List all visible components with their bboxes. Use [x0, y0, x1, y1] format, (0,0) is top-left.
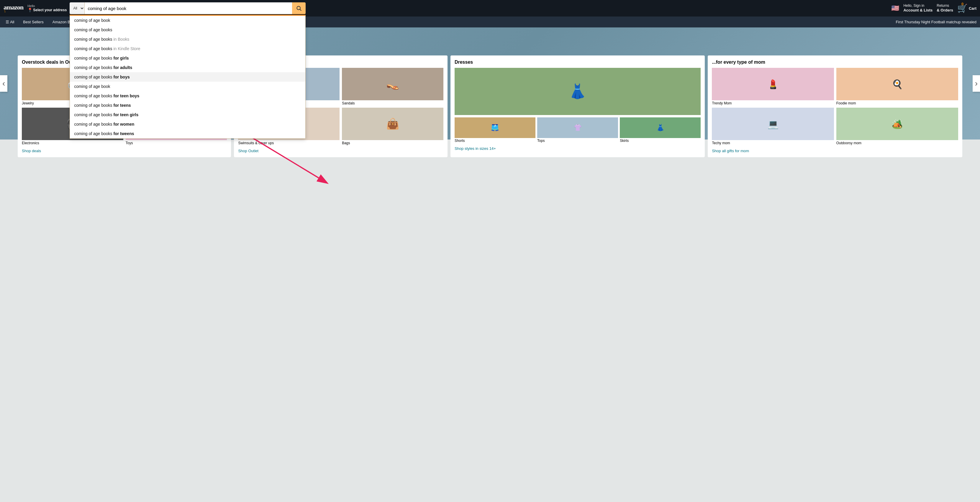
search-category-select[interactable]: All	[70, 2, 85, 14]
mom-item-foodie: 🍳 Foodie mom	[836, 68, 958, 105]
address-selector[interactable]: Hello 📍 Select your address	[27, 4, 67, 13]
search-button[interactable]	[292, 2, 305, 14]
bags-label: Bags	[342, 141, 443, 145]
dropdown-item[interactable]: coming of age books	[70, 25, 305, 35]
swimsuits-label: Swimsuits & cover ups	[238, 141, 340, 145]
mom-item-trendy: 💄 Trendy Mom	[712, 68, 834, 105]
svg-line-1	[300, 10, 301, 11]
account-button[interactable]: Hello, Sign in Account & Lists	[903, 3, 932, 13]
cart-button[interactable]: 🛒 0 Cart	[957, 3, 977, 13]
dropdown-item[interactable]: coming of age books for adults	[70, 63, 305, 72]
techy-mom-thumb: 💻	[712, 108, 834, 140]
carousel-prev-button[interactable]: ‹	[0, 75, 7, 92]
outdoorsy-mom-label: Outdoorsy mom	[836, 141, 958, 145]
dropdown-item[interactable]: coming of age books for teen girls	[70, 110, 305, 119]
logo-smile: ⤵︎	[4, 10, 6, 13]
foodie-mom-thumb: 🍳	[836, 68, 958, 100]
shop-styles-link[interactable]: Shop styles in sizes 14+	[455, 146, 701, 151]
mom-grid: 💄 Trendy Mom 🍳 Foodie mom 💻	[712, 68, 958, 145]
mom-title: ...for every type of mom	[712, 60, 958, 65]
dropdown-item[interactable]: coming of age books in Kindle Store	[70, 44, 305, 53]
header-right: 🇺🇸 Hello, Sign in Account & Lists Return…	[891, 3, 977, 13]
bags-thumb: 👜	[342, 108, 443, 140]
returns-button[interactable]: Returns & Orders	[937, 3, 953, 13]
shop-outlet-link[interactable]: Shop Outlet	[238, 149, 443, 153]
mom-item-techy: 💻 Techy mom	[712, 108, 834, 145]
search-wrapper: All coming of age book coming of age boo…	[70, 2, 305, 14]
flag-icon[interactable]: 🇺🇸	[891, 5, 899, 12]
shop-mom-link[interactable]: Shop all gifts for mom	[712, 149, 958, 153]
styles-skirts: 👗 Skirts	[620, 118, 701, 143]
tops-label: Tops	[537, 139, 618, 143]
shop-deals-link[interactable]: Shop deals	[22, 149, 227, 153]
outlet-item-sandals: 👡 Sandals	[342, 68, 443, 105]
hello-label: Hello	[27, 4, 67, 8]
navbar-best-sellers[interactable]: Best Sellers	[21, 18, 45, 25]
mom-item-outdoorsy: 🏕️ Outdoorsy mom	[836, 108, 958, 145]
outlet-item-bags: 👜 Bags	[342, 108, 443, 145]
amazon-logo[interactable]: amazon ⤵︎	[3, 4, 23, 13]
header: amazon ⤵︎ Hello 📍 Select your address Al…	[0, 0, 980, 16]
styles-main-image: 👗	[455, 68, 701, 115]
dropdown-item[interactable]: coming of age book	[70, 16, 305, 25]
outdoorsy-mom-thumb: 🏕️	[836, 108, 958, 140]
logo-text: amazon	[3, 4, 23, 11]
shorts-label: Shorts	[455, 139, 535, 143]
navbar-menu[interactable]: ☰ All	[3, 18, 16, 25]
cart-count: 0	[961, 2, 964, 6]
styles-tops: 👚 Tops	[537, 118, 618, 143]
dropdown-item[interactable]: coming of age books for teen boys	[70, 91, 305, 100]
mom-card: ...for every type of mom 💄 Trendy Mom 🍳 …	[708, 56, 962, 157]
toys-label: Toys	[126, 141, 227, 145]
dropdown-item[interactable]: coming of age books for teens	[70, 100, 305, 110]
search-bar: All	[70, 2, 305, 14]
sandals-thumb: 👡	[342, 68, 443, 100]
styles-shorts: 🩳 Shorts	[455, 118, 535, 143]
trendy-mom-thumb: 💄	[712, 68, 834, 100]
dropdown-item[interactable]: coming of age books for girls	[70, 53, 305, 63]
sandals-label: Sandals	[342, 101, 443, 105]
skirts-label: Skirts	[620, 139, 701, 143]
foodie-mom-label: Foodie mom	[836, 101, 958, 105]
dropdown-item-for-boys[interactable]: coming of age books for boys	[70, 72, 305, 82]
search-input[interactable]	[85, 2, 292, 14]
dropdown-item[interactable]: coming of age books for women	[70, 119, 305, 129]
electronics-label: Electronics	[22, 141, 123, 145]
dropdown-item[interactable]: coming of age books in Books	[70, 35, 305, 44]
svg-point-0	[297, 6, 301, 10]
address-label: 📍 Select your address	[27, 8, 67, 13]
styles-title: Dresses	[455, 60, 701, 65]
styles-sub-grid: 🩳 Shorts 👚 Tops 👗 Skirts	[455, 118, 701, 143]
styles-card: Dresses 👗 🩳 Shorts 👚 Tops 👗 Skir	[450, 56, 705, 157]
dropdown-item[interactable]: coming of age book	[70, 82, 305, 91]
carousel-next-button[interactable]: ›	[973, 75, 980, 92]
dropdown-item[interactable]: coming of age books for tweens	[70, 129, 305, 138]
news-ticker: First Thursday Night Football matchup re…	[896, 20, 977, 24]
techy-mom-label: Techy mom	[712, 141, 834, 145]
trendy-mom-label: Trendy Mom	[712, 101, 834, 105]
search-dropdown: coming of age book coming of age books c…	[70, 15, 305, 139]
